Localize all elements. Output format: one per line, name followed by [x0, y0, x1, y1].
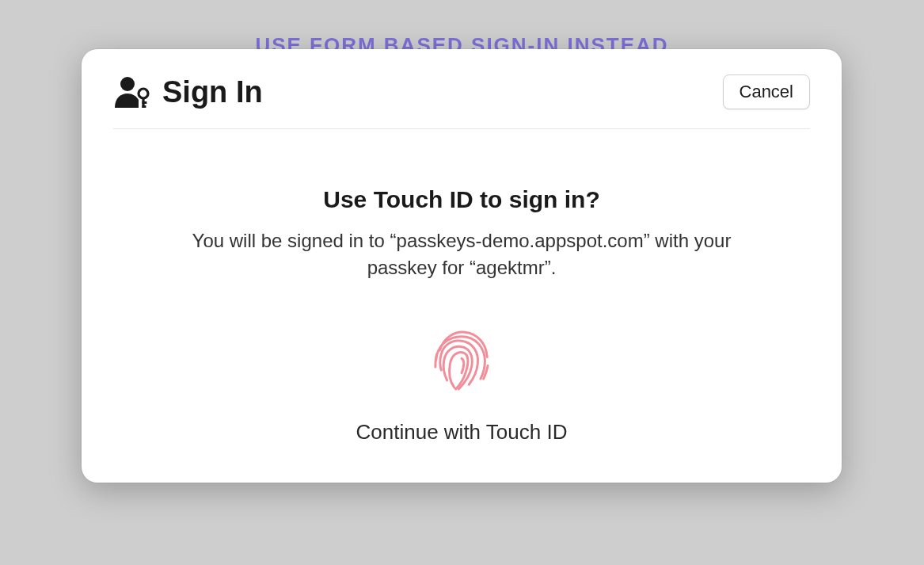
fingerprint-icon [425, 325, 498, 398]
prompt-title: Use Touch ID to sign in? [113, 186, 810, 213]
sheet-body: Use Touch ID to sign in? You will be sig… [113, 129, 810, 445]
passkey-user-icon [113, 76, 151, 108]
cancel-button[interactable]: Cancel [723, 74, 810, 109]
continue-touch-id-label: Continue with Touch ID [113, 420, 810, 445]
sign-in-sheet: Sign In Cancel Use Touch ID to sign in? … [82, 49, 842, 483]
svg-rect-3 [142, 101, 146, 104]
sheet-title-group: Sign In [113, 75, 263, 109]
sheet-title: Sign In [162, 75, 263, 109]
svg-point-0 [120, 77, 135, 91]
sheet-header: Sign In Cancel [113, 74, 810, 129]
fingerprint-container[interactable] [113, 325, 810, 398]
prompt-description: You will be signed in to “passkeys-demo.… [161, 227, 762, 281]
svg-rect-4 [142, 105, 146, 108]
svg-point-1 [139, 89, 148, 98]
